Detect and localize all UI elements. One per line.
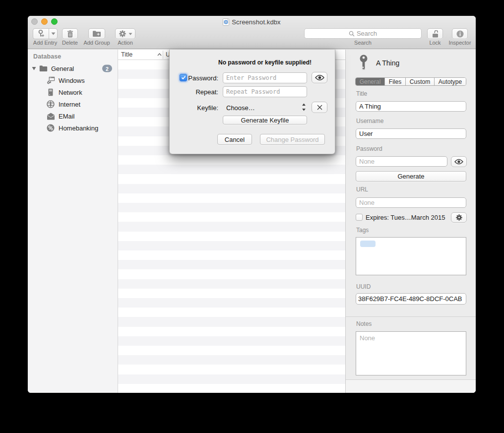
inspector-tabs: General Files Custom Autotype [355, 77, 466, 86]
search-placeholder: Search [357, 30, 377, 37]
uuid-label: UUID [356, 283, 371, 290]
window-title-area: Screenshot.kdbx [28, 18, 476, 26]
search-toolbar-item: Search Search [304, 28, 422, 39]
delete-button[interactable] [62, 28, 78, 39]
sidebar-item-homebanking[interactable]: Homebanking [28, 122, 118, 134]
eye-icon [454, 159, 463, 165]
notes-placeholder: None [360, 334, 375, 342]
add-group-toolbar-item: Add Group [88, 28, 105, 39]
windows-icon [47, 76, 55, 84]
lock-button[interactable] [427, 28, 443, 39]
trash-icon [67, 30, 73, 38]
globe-icon [47, 100, 55, 108]
gear-icon [119, 30, 126, 38]
dialog-password-label: Password: [188, 74, 218, 82]
dialog-keyfile-label: Keyfile: [197, 104, 218, 112]
folder-icon [39, 65, 48, 72]
envelope-icon [47, 113, 55, 120]
inspector-button[interactable] [452, 28, 468, 39]
window-title: Screenshot.kdbx [232, 18, 280, 26]
keyfile-popup[interactable]: Choose… [226, 104, 255, 112]
tab-autotype[interactable]: Autotype [435, 78, 466, 85]
tags-box[interactable] [356, 237, 466, 275]
tab-files[interactable]: Files [385, 78, 406, 85]
add-entry-toolbar-item: Add Entry [33, 28, 58, 39]
sidebar-group-general[interactable]: General 2 [28, 62, 118, 74]
dialog-message: No password or keyfile supplied! [218, 59, 312, 66]
close-x-icon [317, 105, 322, 110]
username-field[interactable] [356, 128, 466, 139]
title-field[interactable] [356, 101, 466, 112]
add-group-button[interactable] [88, 28, 105, 39]
add-entry-label: Add Entry [33, 40, 57, 46]
password-field[interactable] [356, 156, 447, 167]
sidebar-item-windows[interactable]: Windows [28, 74, 118, 86]
desktop-background: Screenshot.kdbx [0, 0, 504, 433]
sidebar-item-internet[interactable]: Internet [28, 98, 118, 110]
tag-pill[interactable] [360, 241, 376, 247]
add-group-label: Add Group [83, 40, 110, 46]
action-toolbar-item: Action [115, 28, 135, 39]
clear-keyfile-button[interactable] [312, 102, 327, 113]
action-label: Action [118, 40, 133, 46]
expires-label: Expires: Tues…March 2015 [366, 214, 445, 221]
title-field-label: Title [356, 90, 367, 97]
tags-label: Tags [356, 227, 369, 234]
sidebar-item-network[interactable]: Network [28, 86, 118, 98]
document-proxy-icon [223, 18, 229, 26]
entry-title-heading: A Thing [376, 59, 399, 67]
sidebar-item-email[interactable]: EMail [28, 110, 118, 122]
sidebar-section-header: Database [33, 53, 61, 60]
key-icon [359, 55, 369, 70]
add-entry-button[interactable] [33, 28, 58, 39]
sort-ascending-icon [157, 53, 162, 56]
sidebar-item-label: Homebanking [59, 124, 98, 132]
search-input[interactable]: Search [304, 28, 422, 39]
sidebar-item-label: Network [59, 89, 82, 96]
search-icon [349, 31, 355, 37]
action-button[interactable] [115, 28, 135, 39]
chevron-down-icon [128, 33, 132, 35]
cancel-button[interactable]: Cancel [217, 134, 252, 145]
sidebar: Database General 2 [28, 50, 118, 393]
generate-password-button[interactable]: Generate [356, 171, 466, 182]
padlock-open-icon [432, 30, 439, 38]
show-password-button[interactable] [451, 156, 467, 167]
expires-settings-button[interactable] [451, 212, 467, 223]
key-plus-icon [37, 30, 45, 38]
column-separator[interactable] [163, 51, 163, 59]
search-label: Search [354, 40, 372, 46]
popup-stepper-icon[interactable] [302, 103, 306, 111]
dialog-password-input[interactable] [223, 72, 307, 83]
dialog-repeat-input[interactable] [223, 86, 307, 97]
server-icon [47, 88, 55, 96]
tab-general[interactable]: General [356, 78, 385, 85]
url-field-label: URL [356, 186, 368, 193]
expires-checkbox[interactable] [356, 214, 363, 221]
username-field-label: Username [356, 118, 383, 124]
chevron-down-icon [51, 32, 56, 35]
column-header-title[interactable]: Title [121, 51, 132, 58]
inspector-toolbar-item: Inspector [452, 28, 468, 39]
percent-icon [47, 124, 55, 132]
add-entry-dropdown-segment[interactable] [49, 28, 58, 39]
uuid-field[interactable] [356, 293, 466, 305]
dialog-show-password-button[interactable] [312, 72, 327, 83]
checkmark-icon [181, 75, 186, 80]
titlebar-toolbar: Screenshot.kdbx [28, 16, 476, 49]
url-field[interactable] [356, 197, 466, 208]
inspector-footer [346, 379, 476, 393]
tab-custom[interactable]: Custom [406, 78, 435, 85]
generate-keyfile-button[interactable]: Generate Keyfile [223, 116, 307, 124]
sidebar-item-label: EMail [59, 113, 75, 120]
lock-toolbar-item: Lock [427, 28, 443, 39]
info-icon [456, 30, 464, 38]
add-entry-main-segment[interactable] [33, 28, 49, 39]
change-password-button[interactable]: Change Password [260, 134, 325, 145]
password-checkbox[interactable] [180, 74, 187, 81]
disclosure-triangle-icon[interactable] [32, 66, 36, 70]
notes-box[interactable]: None [356, 331, 466, 375]
delete-label: Delete [62, 40, 78, 46]
change-password-sheet: No password or keyfile supplied! Passwor… [169, 50, 335, 154]
inspector-divider [346, 316, 476, 317]
